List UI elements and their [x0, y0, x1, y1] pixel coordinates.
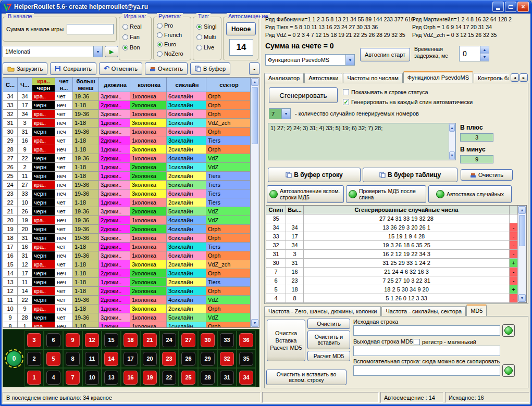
generated-row[interactable]: 31316 2 12 19 22 34 3- — [266, 250, 518, 259]
tab-bankroll-control[interactable]: Контроль банкрол — [474, 73, 509, 83]
generated-scrollbar[interactable]: ▲ ▼ — [518, 206, 526, 302]
generate-button[interactable]: Сгенерировать — [269, 87, 338, 103]
play-button[interactable]: ▶ — [105, 46, 118, 57]
board-number-20[interactable]: 20 — [143, 352, 157, 366]
board-number-3[interactable]: 3 — [27, 333, 41, 347]
maximize-button[interactable] — [505, 2, 516, 12]
helper-string-input[interactable] — [353, 365, 500, 376]
radio-fan[interactable]: Fan — [122, 34, 140, 40]
board-number-29[interactable]: 29 — [201, 352, 215, 366]
board-number-4[interactable]: 4 — [46, 371, 60, 385]
minimize-button[interactable] — [492, 2, 504, 12]
minus-button[interactable]: - — [249, 62, 259, 75]
board-number-26[interactable]: 26 — [181, 352, 195, 366]
board-number-5[interactable]: 5 — [46, 352, 60, 366]
md5-source-action-button[interactable] — [502, 324, 515, 337]
history-row[interactable]: 1122чернчет19-362дюжи..1колонка4сиклайнV… — [3, 296, 259, 304]
chevron-down-icon[interactable]: ▼ — [281, 109, 290, 119]
board-number-1[interactable]: 1 — [27, 371, 41, 385]
scrollbar-thumb[interactable] — [519, 215, 525, 246]
undo-button[interactable]: ↶ Отменить — [99, 62, 142, 75]
board-number-31[interactable]: 31 — [220, 371, 234, 385]
board-number-13[interactable]: 13 — [104, 371, 118, 385]
scroll-up-icon[interactable]: ▲ — [251, 78, 258, 86]
titlebar[interactable]: HelperRoullet 5.6- create helperroullet@… — [0, 0, 532, 14]
check-md5-button[interactable]: Проверить МД5 после спина — [346, 185, 426, 203]
board-number-24[interactable]: 24 — [162, 333, 176, 347]
tab-md5[interactable]: MD5 — [466, 304, 487, 316]
load-button[interactable]: Загрузить — [3, 62, 47, 75]
history-row[interactable]: 313кра..неч1-181дюжи..3колонка1сиклайнVd… — [3, 119, 259, 128]
history-row[interactable]: 928чернчет19-363дюжи..1колонка5сиклайнVd… — [3, 313, 259, 322]
source-string-input[interactable] — [353, 325, 500, 336]
board-number-14[interactable]: 14 — [104, 352, 118, 366]
history-row[interactable]: 3434кра..чет19-363дюжи..1колонка6сиклайн… — [3, 92, 259, 101]
chevron-down-icon[interactable]: ▼ — [93, 46, 102, 57]
generated-row[interactable]: 51818 2 5 30 34 9 20+ — [266, 285, 518, 294]
generated-row[interactable]: 303131 25 29 33 1 24 2+ — [266, 259, 518, 268]
board-number-23[interactable]: 23 — [162, 352, 176, 366]
tab-number-frequencies[interactable]: Часто­ты по числам — [343, 73, 402, 83]
chevron-down-icon[interactable]: ▼ — [345, 55, 354, 65]
board-number-10[interactable]: 10 — [85, 371, 99, 385]
radio-euro[interactable]: Euro — [157, 41, 176, 47]
board-number-30[interactable]: 30 — [201, 333, 215, 347]
history-row[interactable]: 2126чернчет19-363дюжи..2колонка5сиклайнV… — [3, 207, 259, 216]
lowercase-checkbox[interactable]: регистр - маленький — [414, 339, 476, 345]
history-row[interactable]: 2019кра..неч19-362дюжи..1колонка4сиклайн… — [3, 216, 259, 225]
board-number-33[interactable]: 33 — [220, 333, 234, 347]
radio-multi[interactable]: Multi — [196, 34, 216, 40]
board-number-12[interactable]: 12 — [85, 333, 99, 347]
board-number-34[interactable]: 34 — [239, 371, 253, 385]
generated-numbers-textarea[interactable]: 1) 27; 2) 24; 3) 31; 4) 33; 5) 19; 6) 32… — [268, 123, 456, 160]
history-row[interactable]: 2427кра..неч19-363дюжи..3колонка5сиклайн… — [3, 181, 259, 189]
md5-helper-action-button[interactable] — [502, 364, 515, 377]
md5-clear-button[interactable]: Очистить — [307, 319, 350, 329]
scroll-up-icon[interactable]: ▲ — [518, 206, 526, 214]
history-row[interactable]: 289кра..неч1-181дюжи..3колонка2сиклайнOr… — [3, 145, 259, 154]
spinner-down-icon[interactable]: ▼ — [480, 54, 489, 61]
history-row[interactable]: 1831черннеч19-363дюжи..1колонка6сиклайнO… — [3, 234, 259, 243]
tab-autobets[interactable]: Автоставки — [304, 73, 342, 83]
generated-row[interactable]: 3527 24 31 33 19 32 28 — [266, 214, 518, 223]
output-string-input[interactable] — [353, 346, 500, 356]
board-number-22[interactable]: 22 — [162, 371, 176, 385]
history-scrollbar[interactable]: ▲ ▼ — [251, 78, 259, 327]
generated-row[interactable]: 485 1 26 0 12 3 33- — [266, 294, 518, 303]
generated-row[interactable]: 71621 24 4 6 32 16 3- — [266, 268, 518, 276]
history-row[interactable]: 2722чернчет19-362дюжи..1колонка4сиклайнV… — [3, 154, 259, 163]
history-row[interactable]: 2210чернчет1-181дюжи..1колонка2сиклайнTi… — [3, 198, 259, 207]
scroll-down-icon[interactable]: ▼ — [449, 151, 455, 159]
history-row[interactable]: 2333черннеч19-363дюжи..3колонка6сиклайнT… — [3, 189, 259, 198]
radio-bon[interactable]: Bon — [122, 44, 140, 50]
board-number-15[interactable]: 15 — [104, 333, 118, 347]
radio-singl[interactable]: Singl — [196, 23, 216, 30]
scroll-down-icon[interactable]: ▼ — [251, 319, 258, 327]
auto-generate-checkbox[interactable]: Генерировать на каждый спин автоматическ… — [343, 99, 473, 105]
md5-calc-button[interactable]: Расчет MD5 — [307, 351, 350, 361]
board-number-7[interactable]: 7 — [66, 371, 80, 385]
history-row[interactable]: 1311черннеч1-181дюжи..2колонка2сиклайнTi… — [3, 278, 259, 287]
new-button[interactable]: Новое — [226, 22, 256, 35]
board-number-28[interactable]: 28 — [201, 371, 215, 385]
history-row[interactable]: 262чернчет1-181дюжи..2колонка1сиклайнVdZ — [3, 163, 259, 172]
start-sum-input[interactable] — [67, 24, 114, 34]
board-number-25[interactable]: 25 — [181, 371, 195, 385]
history-row[interactable]: 2511черннеч1-181дюжи..2колонка2сиклайнTi… — [3, 172, 259, 181]
history-row[interactable]: 2916кра..чет1-182дюжи..1колонка3сиклайнT… — [3, 136, 259, 145]
history-row[interactable]: 1716кра..чет1-182дюжи..1колонка3сиклайнT… — [3, 243, 259, 251]
scroll-down-icon[interactable]: ▼ — [518, 294, 526, 302]
history-row[interactable]: 1417черннеч1-182дюжи..2колонка3сиклайнOr… — [3, 269, 259, 278]
board-number-9[interactable]: 9 — [66, 333, 80, 347]
scroll-up-icon[interactable]: ▲ — [449, 124, 455, 132]
save-button[interactable]: Сохранить — [50, 62, 96, 75]
tab-scroll-left-icon[interactable]: ◄ — [511, 73, 519, 82]
generated-row[interactable]: 323419 3 26 18 6 35 25- — [266, 241, 518, 250]
board-number-32[interactable]: 32 — [220, 352, 234, 366]
generated-row[interactable]: 331715 19 1 9 4 28- — [266, 232, 518, 241]
buffer-table-button[interactable]: В буфер таблицу — [363, 168, 457, 182]
history-row[interactable]: 109кра..неч1-181дюжи..3колонка2сиклайнOr… — [3, 304, 259, 313]
board-number-0[interactable]: 0 — [7, 351, 21, 366]
radio-live[interactable]: Live — [196, 44, 214, 50]
radio-real[interactable]: Real — [122, 23, 142, 30]
